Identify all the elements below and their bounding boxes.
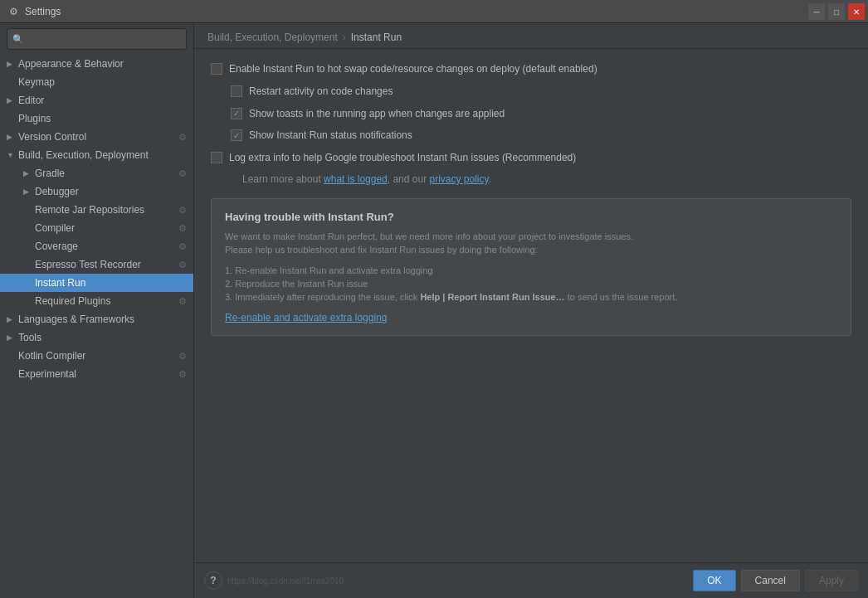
- trouble-step3-bold: Help | Report Instant Run Issue…: [420, 292, 564, 302]
- arrow-icon: ▶: [23, 187, 32, 196]
- option-show-toasts-label: Show toasts in the running app when chan…: [249, 107, 505, 121]
- breadcrumb: Build, Execution, Deployment › Instant R…: [194, 23, 868, 49]
- sidebar-item-label: Instant Run: [35, 277, 85, 289]
- content-area: Build, Execution, Deployment › Instant R…: [194, 23, 868, 598]
- sidebar-item-debugger[interactable]: ▶ Debugger: [0, 182, 193, 201]
- trouble-action-link[interactable]: Re-enable and activate extra logging: [225, 312, 387, 323]
- minimize-button[interactable]: ─: [808, 3, 825, 20]
- sidebar-item-label: Required Plugins: [35, 295, 110, 307]
- arrow-icon: ▼: [7, 151, 15, 159]
- title-bar: ⚙ Settings ─ □ ✕: [0, 0, 868, 23]
- cancel-button[interactable]: Cancel: [741, 570, 800, 591]
- checkbox-show-status[interactable]: ✓: [231, 129, 242, 141]
- sidebar-item-label: Remote Jar Repositories: [35, 204, 144, 216]
- sidebar-item-label: Appearance & Behavior: [18, 58, 124, 70]
- learn-more-suffix: .: [489, 173, 491, 185]
- sidebar-item-build[interactable]: ▼ Build, Execution, Deployment: [0, 146, 193, 164]
- trouble-title: Having trouble with Instant Run?: [225, 211, 837, 223]
- arrow-icon: ▶: [7, 133, 15, 141]
- search-icon: 🔍: [12, 34, 24, 45]
- learn-more-prefix: Learn more about: [242, 173, 324, 185]
- window-controls: ─ □ ✕: [808, 3, 865, 20]
- sidebar-item-label: Espresso Test Recorder: [35, 259, 141, 270]
- sidebar-item-appearance[interactable]: ▶ Appearance & Behavior: [0, 55, 193, 73]
- option-show-status: ✓ Show Instant Run status notifications: [231, 129, 851, 143]
- settings-icon: ⚙: [178, 260, 187, 270]
- trouble-step2: 2. Reproduce the Instant Run issue: [225, 279, 837, 289]
- option-restart-activity-label: Restart activity on code changes: [249, 85, 393, 99]
- sidebar-item-label: Plugins: [18, 113, 51, 124]
- sidebar-item-version-control[interactable]: ▶ Version Control ⚙: [0, 128, 193, 146]
- option-log-extra: Log extra info to help Google troublesho…: [211, 151, 851, 165]
- sidebar-item-coverage[interactable]: Coverage ⚙: [0, 237, 193, 255]
- close-button[interactable]: ✕: [848, 3, 865, 20]
- sidebar-item-label: Version Control: [18, 131, 86, 143]
- sidebar-item-compiler[interactable]: Compiler ⚙: [0, 219, 193, 237]
- sidebar-item-label: Coverage: [35, 241, 78, 252]
- option-enable-instant-run-label: Enable Instant Run to hot swap code/reso…: [229, 62, 597, 76]
- trouble-box: Having trouble with Instant Run? We want…: [211, 198, 851, 336]
- option-restart-activity: Restart activity on code changes: [231, 85, 851, 99]
- learn-more-middle: , and our: [388, 173, 430, 185]
- sidebar-item-instant-run[interactable]: Instant Run: [0, 274, 193, 292]
- breadcrumb-parent: Build, Execution, Deployment: [207, 32, 338, 43]
- sidebar-item-label: Editor: [18, 95, 44, 106]
- sidebar-item-keymap[interactable]: Keymap: [0, 73, 193, 91]
- sidebar-item-plugins[interactable]: Plugins: [0, 109, 193, 128]
- sidebar-item-espresso[interactable]: Espresso Test Recorder ⚙: [0, 255, 193, 274]
- sidebar-item-editor[interactable]: ▶ Editor: [0, 91, 193, 109]
- checkbox-log-extra[interactable]: [211, 152, 222, 163]
- sidebar-item-remote-jar[interactable]: Remote Jar Repositories ⚙: [0, 201, 193, 219]
- settings-icon: ⚙: [178, 205, 187, 216]
- sidebar-item-label: Gradle: [35, 168, 65, 179]
- sidebar-item-label: Build, Execution, Deployment: [18, 149, 149, 161]
- sidebar-item-label: Tools: [18, 332, 41, 343]
- checkbox-show-toasts[interactable]: ✓: [231, 108, 242, 119]
- settings-icon: ⚙: [178, 296, 187, 307]
- learn-more: Learn more about what is logged, and our…: [242, 173, 851, 185]
- arrow-icon: ▶: [7, 333, 15, 342]
- arrow-icon: ▶: [23, 169, 32, 177]
- search-input[interactable]: [27, 33, 181, 45]
- sidebar-item-label: Kotlin Compiler: [18, 350, 85, 362]
- sidebar-item-tools[interactable]: ▶ Tools: [0, 328, 193, 347]
- sidebar-item-gradle[interactable]: ▶ Gradle ⚙: [0, 164, 193, 182]
- option-enable-instant-run: Enable Instant Run to hot swap code/reso…: [211, 62, 851, 76]
- watermark: https://blog.csdn.net/l1rraa2010: [227, 576, 344, 586]
- sidebar-item-languages[interactable]: ▶ Languages & Frameworks: [0, 310, 193, 328]
- arrow-icon: ▶: [7, 60, 15, 68]
- settings-icon: ⚙: [178, 241, 187, 252]
- settings-icon: ⚙: [178, 223, 187, 234]
- arrow-icon: ▶: [7, 96, 15, 105]
- trouble-list: 1. Re-enable Instant Run and activate ex…: [225, 265, 837, 302]
- window-title: Settings: [25, 6, 861, 17]
- search-box[interactable]: 🔍: [7, 28, 187, 50]
- sidebar-item-kotlin[interactable]: Kotlin Compiler ⚙: [0, 347, 193, 365]
- sidebar-item-experimental[interactable]: Experimental ⚙: [0, 365, 193, 383]
- footer: ? https://blog.csdn.net/l1rraa2010 OK Ca…: [194, 562, 868, 598]
- apply-button[interactable]: Apply: [805, 570, 858, 591]
- sidebar-item-label: Compiler: [35, 222, 75, 234]
- option-show-toasts: ✓ Show toasts in the running app when ch…: [231, 107, 851, 121]
- sidebar-nav: ▶ Appearance & Behavior Keymap ▶ Editor …: [0, 55, 193, 598]
- maximize-button[interactable]: □: [828, 3, 845, 20]
- breadcrumb-separator: ›: [343, 32, 346, 43]
- trouble-desc1: We want to make Instant Run perfect, but…: [225, 230, 837, 257]
- settings-panel: Enable Instant Run to hot swap code/reso…: [194, 49, 868, 562]
- checkbox-restart-activity[interactable]: [231, 85, 242, 97]
- trouble-step1: 1. Re-enable Instant Run and activate ex…: [225, 265, 837, 275]
- sidebar-item-label: Experimental: [18, 368, 76, 380]
- settings-icon: ⚙: [178, 132, 187, 143]
- main-container: 🔍 ▶ Appearance & Behavior Keymap ▶ Edito…: [0, 23, 868, 598]
- ok-button[interactable]: OK: [693, 570, 735, 591]
- option-show-status-label: Show Instant Run status notifications: [249, 129, 412, 143]
- trouble-step3: 3. Immediately after reproducing the iss…: [225, 292, 837, 302]
- help-button[interactable]: ?: [204, 571, 222, 590]
- what-is-logged-link[interactable]: what is logged: [324, 173, 388, 185]
- breadcrumb-current: Instant Run: [351, 32, 402, 43]
- sidebar-item-required-plugins[interactable]: Required Plugins ⚙: [0, 292, 193, 310]
- app-icon: ⚙: [7, 5, 20, 18]
- checkbox-enable-instant-run[interactable]: [211, 63, 222, 75]
- privacy-policy-link[interactable]: privacy policy: [429, 173, 488, 185]
- settings-icon: ⚙: [178, 351, 187, 362]
